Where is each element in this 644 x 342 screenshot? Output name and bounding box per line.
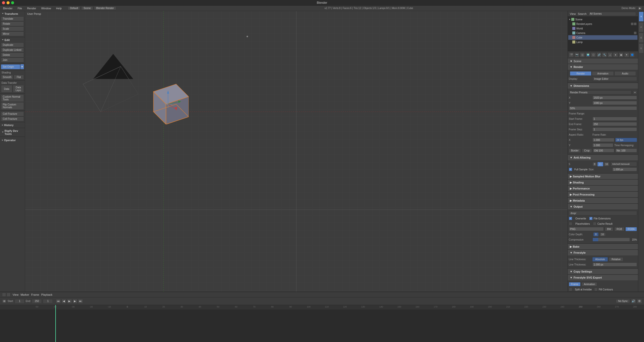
copy-settings-header[interactable]: ▼ Copy Settings (568, 269, 638, 274)
aspect-y-value[interactable]: 1.000 (592, 143, 613, 147)
current-frame-ctrl[interactable]: 1 (43, 299, 53, 303)
vtab-object[interactable]: O (639, 43, 644, 53)
vtab-render[interactable]: R (639, 12, 644, 22)
prop-icon-particles[interactable]: ✦ (624, 52, 629, 57)
rigify-header[interactable]: Rigify Dev Tools (0, 129, 25, 136)
bake-header[interactable]: ▶ Bake (568, 244, 638, 249)
absolute-btn[interactable]: Absolute (592, 257, 608, 261)
aspect-x-value[interactable]: 1.000 (592, 138, 614, 142)
custom-normal-btn[interactable]: Custom Normal Tools (1, 94, 24, 102)
timeline-icon-1[interactable] (2, 293, 6, 297)
end-frame-value[interactable]: 250 (592, 122, 637, 126)
metadata-header[interactable]: ▶ Metadata (568, 198, 638, 203)
render-presets-field[interactable]: Render Presets (569, 90, 631, 94)
next-frame-btn[interactable]: ▶ (72, 299, 77, 303)
fill-check[interactable] (594, 288, 598, 291)
window-controls[interactable] (2, 1, 14, 4)
full-sample-check[interactable] (569, 168, 572, 171)
prop-icon-object[interactable]: ⬡ (591, 52, 596, 57)
timeline-area[interactable]: -50 -40 -30 -20 -10 0 10 20 30 40 50 60 … (0, 305, 644, 342)
flip-custom-normals-btn[interactable]: Flip Custom Normals (1, 102, 24, 110)
outliner-world[interactable]: World (568, 26, 637, 31)
cell-fracture-btn-2[interactable]: Cell Fracture (1, 117, 24, 121)
start-frame-value[interactable]: 1 (592, 117, 637, 121)
overwrite-check[interactable] (569, 217, 572, 220)
compression-bar[interactable] (592, 238, 630, 242)
aa-btn-8[interactable]: 8 (592, 162, 597, 166)
prop-icon-layers[interactable]: ◫ (580, 52, 585, 57)
vtab-world[interactable]: W (639, 33, 644, 43)
layout-selector[interactable]: Default (68, 6, 80, 10)
scene-expand[interactable] (569, 19, 570, 20)
menu-help[interactable]: Help (55, 6, 63, 10)
res-y-value[interactable]: 1080 px (592, 101, 637, 105)
timeline-scrubber[interactable] (55, 305, 56, 342)
prop-icon-render[interactable]: 📷 (574, 52, 579, 57)
split-check[interactable] (569, 288, 572, 291)
renderlayers-eye[interactable] (631, 23, 633, 25)
smooth-btn[interactable]: Smooth (1, 75, 13, 80)
end-frame-ctrl[interactable]: 250 (32, 299, 42, 303)
color-depth-16[interactable]: 16 (599, 233, 606, 236)
frame-btn[interactable]: Frame (569, 282, 581, 286)
edit-header[interactable]: Edit (0, 38, 25, 42)
res-x-value[interactable]: 1920 px (592, 96, 637, 100)
duplicate-linked-btn[interactable]: Duplicate Linked (1, 48, 24, 52)
render-tab-render[interactable]: Render (570, 71, 591, 76)
cache-check[interactable] (593, 222, 596, 225)
sync-selector[interactable]: No Sync (616, 299, 630, 303)
shading-prop-header[interactable]: ▶ Shading (568, 180, 638, 185)
outliner-lamp[interactable]: Lamp (568, 40, 637, 44)
aa-filter[interactable]: Mitchell-Netravali (611, 162, 637, 166)
prop-icon-material[interactable]: ● (613, 52, 618, 57)
rgba-btn[interactable]: RGBA (625, 227, 637, 231)
prop-icon-data[interactable]: △ (608, 52, 613, 57)
history-header[interactable]: History (0, 123, 25, 127)
format-value[interactable]: PNG (569, 227, 604, 231)
timeline-settings-icon[interactable]: ⚙ (637, 299, 642, 303)
menu-render[interactable]: Render (26, 6, 37, 10)
outliner-renderlayers[interactable]: RenderLayers (568, 22, 637, 26)
aa-btn-16[interactable]: 16 (604, 162, 610, 166)
motion-blur-header[interactable]: ▶ Sampled Motion Blur (568, 174, 638, 179)
cube-object[interactable] (141, 77, 189, 124)
timeline-marker[interactable]: Marker (21, 293, 29, 296)
placeholders-check[interactable] (569, 222, 572, 225)
timeline-icon-2[interactable] (7, 293, 11, 297)
freestyle-svg-header[interactable]: ▼ Freestyle SVG Export (568, 275, 638, 280)
aa-header[interactable]: ▼ Anti-Aliasing (568, 155, 638, 160)
timeline-audio-icon[interactable]: 🔊 (631, 299, 636, 303)
rotate-btn[interactable]: Rotate (1, 21, 24, 26)
post-processing-header[interactable]: ▶ Post Processing (568, 192, 638, 197)
play-button[interactable]: ▶ (638, 6, 642, 10)
prop-icon-modifiers[interactable]: 🔧 (602, 52, 607, 57)
camera-restrict[interactable] (634, 32, 636, 34)
bw-btn[interactable]: BW (605, 227, 613, 231)
menu-file[interactable]: File (17, 6, 23, 10)
output-header[interactable]: ▼ Output (568, 204, 638, 209)
rgb-btn[interactable]: RGB (614, 227, 624, 231)
outliner-search[interactable]: Search (578, 12, 587, 15)
color-depth-8[interactable]: 8 (593, 233, 598, 236)
duplicate-btn[interactable]: Duplicate (1, 43, 24, 47)
timeline-obj-mode[interactable]: ⊞ (2, 299, 7, 303)
outliner-view[interactable]: View (570, 12, 576, 15)
data-btn[interactable]: Data (1, 85, 12, 93)
old-remap[interactable]: Old 100 (593, 148, 615, 153)
render-presets-expand[interactable]: + (633, 90, 637, 94)
outliner-camera[interactable]: Camera (568, 31, 637, 35)
outliner-scene-selector[interactable]: All Scenes (589, 12, 636, 16)
renderer-selector[interactable]: Blender Render (94, 6, 116, 10)
display-field[interactable]: Image Editor (592, 77, 637, 81)
play-btn[interactable]: ▶ (67, 299, 72, 303)
jump-end-btn[interactable]: ⏭ (78, 299, 83, 303)
timeline-frame[interactable]: Frame (31, 293, 39, 296)
crop-btn[interactable]: Crop (582, 148, 592, 153)
cell-fracture-btn-1[interactable]: Cell Fracture (1, 111, 24, 116)
join-btn[interactable]: Join (1, 58, 24, 62)
dimensions-header[interactable]: ▼ Dimensions (568, 83, 638, 89)
performance-header[interactable]: ▶ Performance (568, 186, 638, 191)
size-value[interactable]: 1.000 px (612, 167, 637, 171)
outliner-scene[interactable]: Scene (568, 17, 637, 22)
transform-header[interactable]: Transform (0, 12, 25, 16)
